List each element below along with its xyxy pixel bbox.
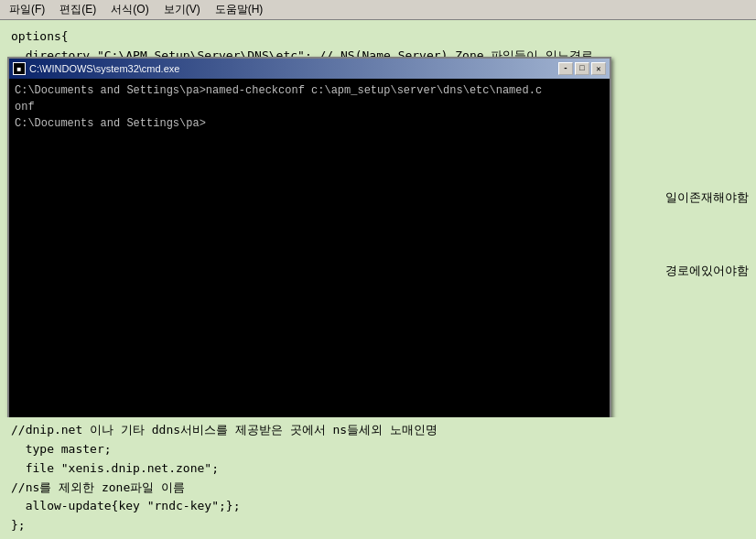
cmd-window-icon: ■ bbox=[13, 62, 26, 75]
menu-help[interactable]: 도움말(H) bbox=[210, 0, 269, 19]
cmd-controls: - □ ✕ bbox=[558, 62, 606, 75]
cmd-close-button[interactable]: ✕ bbox=[591, 62, 606, 75]
cmd-line-4: C:\Documents and Settings\pa> bbox=[15, 115, 604, 132]
cmd-title-left: ■ C:\WINDOWS\system32\cmd.exe bbox=[13, 62, 179, 75]
cmd-line-1: C:\Documents and Settings\pa>named-check… bbox=[15, 82, 604, 99]
bottom-line-3: file "xenis.dnip.net.zone"; bbox=[11, 459, 745, 479]
menu-bar: 파일(F) 편집(E) 서식(O) 보기(V) 도움말(H) bbox=[0, 0, 756, 20]
bottom-line-2: type master; bbox=[11, 440, 745, 459]
bottom-line-6: }; bbox=[11, 516, 745, 535]
bottom-content: //dnip.net 이나 기타 ddns서비스를 제공받은 곳에서 ns들세외… bbox=[0, 417, 756, 539]
cmd-maximize-button[interactable]: □ bbox=[575, 62, 589, 75]
right-label-2: 경로에있어야함 bbox=[665, 263, 749, 279]
menu-file[interactable]: 파일(F) bbox=[4, 0, 50, 19]
bottom-line-1: //dnip.net 이나 기타 ddns서비스를 제공받은 곳에서 ns들세외… bbox=[11, 421, 745, 440]
bottom-line-4: //ns를 제외한 zone파일 이름 bbox=[11, 479, 745, 498]
menu-view[interactable]: 보기(V) bbox=[158, 0, 206, 19]
main-window: 파일(F) 편집(E) 서식(O) 보기(V) 도움말(H) options{ … bbox=[0, 0, 756, 539]
cmd-content: C:\Documents and Settings\pa>named-check… bbox=[9, 79, 610, 439]
cmd-title-text: C:\WINDOWS\system32\cmd.exe bbox=[29, 63, 179, 74]
bottom-line-5: allow-update{key "rndc-key";}; bbox=[11, 497, 745, 516]
right-label-1: 일이존재해야함 bbox=[665, 189, 749, 206]
menu-edit[interactable]: 편집(E) bbox=[54, 0, 102, 19]
cmd-titlebar[interactable]: ■ C:\WINDOWS\system32\cmd.exe - □ ✕ bbox=[9, 59, 610, 79]
bg-line-1: options{ bbox=[11, 27, 745, 47]
cmd-minimize-button[interactable]: - bbox=[558, 62, 573, 75]
cmd-window: ■ C:\WINDOWS\system32\cmd.exe - □ ✕ ▲ ▼ … bbox=[7, 57, 611, 441]
cmd-line-2: onf bbox=[15, 99, 604, 115]
menu-format[interactable]: 서식(O) bbox=[105, 0, 154, 19]
